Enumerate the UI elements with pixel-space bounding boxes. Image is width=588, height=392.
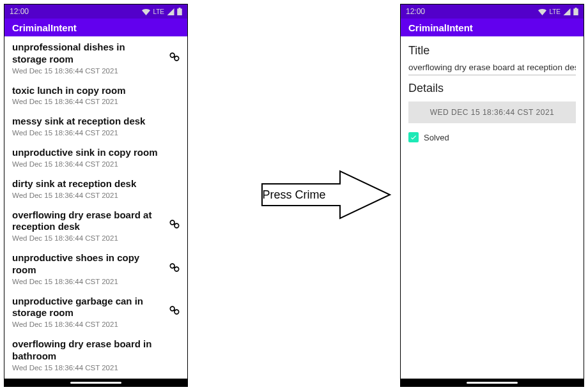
crime-title: toxic lunch in copy room [12, 85, 180, 97]
transition-arrow: Press Crime [192, 166, 396, 223]
battery-icon [177, 8, 182, 15]
crime-date: Wed Dec 15 18:36:44 CST 2021 [12, 320, 180, 328]
crime-title: unproductive shoes in copy room [12, 252, 180, 276]
handcuffs-icon [168, 50, 181, 66]
crime-title: dirty sink at reception desk [12, 178, 180, 190]
list-item[interactable]: overflowing dry erase board at reception… [4, 204, 187, 248]
crime-title: unprofessional dishes in storage room [12, 41, 180, 66]
wifi-icon [142, 8, 150, 15]
nav-bar [4, 379, 187, 386]
crime-date: Wed Dec 15 18:36:44 CST 2021 [12, 364, 180, 372]
list-item[interactable]: unprofessional dishes in storage roomWed… [4, 36, 187, 80]
status-network: LTE [153, 8, 164, 15]
crime-date: Wed Dec 15 18:36:44 CST 2021 [12, 67, 180, 75]
crime-list[interactable]: unprofessional dishes in storage roomWed… [4, 36, 187, 377]
signal-icon [563, 8, 571, 15]
nav-bar [401, 379, 584, 386]
wifi-icon [538, 8, 546, 15]
status-time: 12:00 [10, 7, 29, 16]
status-bar: 12:00 LTE [4, 4, 187, 19]
status-indicators: LTE [538, 8, 578, 15]
list-item[interactable]: overflowing dry erase board in bathroomW… [4, 333, 187, 377]
list-item[interactable]: messy sink at reception deskWed Dec 15 1… [4, 110, 187, 142]
crime-title: unproductive garbage can in storage room [12, 296, 180, 320]
battery-icon [573, 8, 578, 15]
crime-date: Wed Dec 15 18:36:44 CST 2021 [12, 192, 180, 199]
arrow-icon [192, 166, 396, 223]
crime-title-input[interactable] [408, 61, 576, 75]
crime-title: overflowing dry erase board in bathroom [12, 338, 180, 363]
app-title: CriminalIntent [408, 22, 473, 33]
handcuffs-icon [168, 261, 181, 276]
solved-label: Solved [424, 133, 449, 142]
app-bar: CriminalIntent [4, 19, 187, 36]
status-network: LTE [549, 8, 561, 15]
check-icon [410, 133, 417, 141]
list-item[interactable]: unproductive shoes in copy roomWed Dec 1… [4, 247, 187, 290]
phone-left: 12:00 LTE CriminalIntent unprofessional … [4, 4, 188, 387]
crime-title: overflowing dry erase board at reception… [12, 209, 180, 234]
crime-date: Wed Dec 15 18:36:44 CST 2021 [12, 278, 180, 285]
crime-list-screen: unprofessional dishes in storage roomWed… [4, 36, 187, 379]
solved-row[interactable]: Solved [408, 132, 576, 142]
phone-right: 12:00 LTE CriminalIntent Title Details W… [400, 4, 584, 387]
crime-title: messy sink at reception desk [12, 116, 180, 128]
app-title: CriminalIntent [12, 22, 77, 33]
app-bar: CriminalIntent [401, 19, 584, 36]
list-item[interactable]: dirty sink at reception deskWed Dec 15 1… [4, 173, 187, 204]
crime-detail-screen: Title Details WED DEC 15 18:36:44 CST 20… [401, 36, 584, 379]
status-indicators: LTE [142, 8, 182, 15]
signal-icon [167, 8, 174, 15]
status-bar: 12:00 LTE [401, 4, 584, 19]
crime-date: Wed Dec 15 18:36:44 CST 2021 [12, 129, 180, 137]
handcuffs-icon [168, 218, 181, 233]
crime-date: Wed Dec 15 18:36:44 CST 2021 [12, 160, 180, 168]
crime-date: Wed Dec 15 18:36:44 CST 2021 [12, 234, 180, 242]
details-label: Details [408, 82, 576, 95]
list-item[interactable]: toxic lunch in copy roomWed Dec 15 18:36… [4, 80, 187, 111]
solved-checkbox[interactable] [408, 132, 419, 142]
status-time: 12:00 [406, 7, 425, 16]
crime-date: Wed Dec 15 18:36:44 CST 2021 [12, 98, 180, 105]
title-label: Title [408, 44, 576, 57]
crime-title: unproductive sink in copy room [12, 147, 180, 159]
crime-date-button[interactable]: WED DEC 15 18:36:44 CST 2021 [408, 102, 576, 123]
handcuffs-icon [168, 304, 181, 319]
list-item[interactable]: unproductive sink in copy roomWed Dec 15… [4, 142, 187, 173]
list-item[interactable]: unproductive garbage can in storage room… [4, 290, 187, 334]
